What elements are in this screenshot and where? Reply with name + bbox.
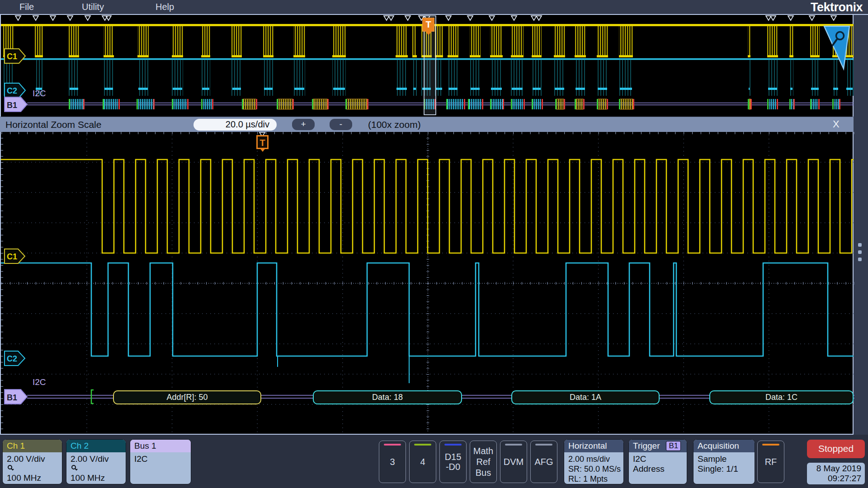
channel1-bandwidth: 100 MHz (7, 473, 62, 483)
channel4-button[interactable]: 4 (409, 441, 436, 483)
channel1-badge[interactable]: Ch 1 2.00 V/div 100 MHz (2, 439, 62, 484)
acquisition-badge[interactable]: Acquisition Sample Single: 1/1 (693, 439, 755, 484)
event-marker-icon (831, 16, 836, 20)
oscilloscope-screen: File Utility Help Tektronix C1C2B1I2C T … (0, 0, 868, 488)
channel2-bandwidth: 100 MHz (71, 473, 126, 483)
rf-button[interactable]: RF (757, 441, 784, 483)
bus-type-label: I2C (33, 377, 46, 387)
afg-button[interactable]: AFG (530, 441, 557, 483)
decode-box: Data: 18 (313, 390, 462, 404)
horizontal-badge[interactable]: Horizontal 2.00 ms/div SR: 50.0 MS/s RL:… (564, 439, 624, 484)
panel-grip-icon[interactable] (858, 250, 862, 254)
c1-scl-trace (1, 160, 854, 253)
channel-label[interactable]: B1 (5, 389, 27, 404)
svg-text:C2: C2 (7, 86, 17, 95)
c2-sda-trace (1, 263, 854, 356)
zoom-in-button[interactable]: + (292, 119, 315, 130)
trigger-source-chip: B1 (666, 441, 681, 451)
event-marker-icon (489, 16, 495, 20)
panel-grip-icon[interactable] (858, 243, 862, 247)
channel2-scale: 2.00 V/div (71, 454, 126, 464)
event-marker-icon (536, 16, 542, 20)
channel1-title: Ch 1 (3, 440, 62, 452)
svg-text:B1: B1 (7, 393, 17, 402)
horizontal-zoom-bar: Horizontal Zoom Scale 20.0 µs/div + - (1… (0, 117, 854, 132)
i2c-start-tick (91, 390, 94, 404)
event-marker-icon (511, 16, 517, 20)
event-marker-icon (67, 16, 73, 20)
channel-label[interactable]: B1 (5, 97, 27, 112)
trigger-type: I2C (633, 454, 687, 464)
event-marker-icon (33, 16, 38, 20)
event-marker-icon (85, 16, 90, 20)
acquisition-mode: Sample (698, 454, 755, 464)
channel1-scale: 2.00 V/div (7, 454, 62, 464)
zoom-out-button[interactable]: - (330, 119, 352, 130)
trigger-title: TriggerB1 (629, 440, 687, 452)
digital-channels-button[interactable]: D15-D0 (439, 441, 467, 483)
channel2-title: Ch 2 (66, 440, 126, 452)
zoom-plot: C1C2B1I2C (1, 132, 854, 435)
event-marker-icon (467, 16, 473, 20)
sample-rate: SR: 50.0 MS/s (568, 464, 623, 474)
event-marker-icon (446, 16, 451, 20)
decode-box: Data: 1C (709, 390, 854, 404)
decode-box: Data: 1A (511, 390, 660, 404)
dvm-button[interactable]: DVM (500, 441, 527, 483)
menu-help[interactable]: Help (156, 2, 174, 12)
channel-label[interactable]: C1 (5, 49, 25, 63)
zoom-trigger-marker[interactable]: T (256, 135, 269, 149)
svg-text:C1: C1 (7, 252, 17, 261)
bus1-type: I2C (134, 454, 191, 464)
channel-label[interactable]: C1 (5, 249, 25, 263)
zoom-scale-input[interactable]: 20.0 µs/div (193, 119, 277, 131)
svg-text:C2: C2 (7, 354, 17, 363)
bus1-badge[interactable]: Bus 1 I2C (130, 439, 191, 484)
menu-utility[interactable]: Utility (82, 2, 104, 12)
channel-label[interactable]: C2 (5, 351, 25, 366)
probe-icon (71, 464, 126, 473)
trigger-badge[interactable]: TriggerB1 I2C Address (628, 439, 687, 484)
event-marker-icon (388, 16, 394, 20)
math-ref-bus-button[interactable]: MathRefBus (470, 441, 497, 483)
tektronix-logo: Tektronix (811, 0, 863, 14)
event-marker-icon (15, 16, 21, 20)
panel-grip-icon[interactable] (858, 258, 862, 261)
datetime-display: 8 May 2019 09:27:27 (807, 463, 865, 484)
event-marker-icon (809, 16, 815, 20)
zoom-factor-label: (100x zoom) (368, 119, 421, 130)
horizontal-title: Horizontal (564, 440, 623, 452)
zoom-bar-title: Horizontal Zoom Scale (5, 119, 101, 130)
acquisition-count: Single: 1/1 (698, 464, 755, 474)
channel3-button[interactable]: 3 (379, 441, 406, 483)
run-stop-state[interactable]: Stopped (807, 440, 865, 458)
svg-text:B1: B1 (7, 101, 17, 110)
event-marker-icon (770, 16, 776, 20)
probe-icon (7, 464, 62, 473)
menu-bar: File Utility Help Tektronix (0, 0, 868, 15)
channel-label[interactable]: C2 (5, 83, 25, 98)
decode-box: Addr[R]: 50 (113, 390, 261, 404)
horizontal-scale: 2.00 ms/div (568, 454, 623, 464)
event-marker-icon (405, 16, 410, 20)
event-marker-icon (788, 16, 793, 20)
time: 09:27:27 (807, 474, 861, 483)
record-length: RL: 1 Mpts (568, 474, 623, 484)
zoom-waveform-display[interactable]: C1C2B1I2C Addr[R]: 50Data: 18Data: 1ADat… (0, 132, 854, 435)
svg-text:C1: C1 (7, 52, 17, 61)
overview-trigger-marker[interactable]: T (422, 18, 434, 32)
event-marker-icon (50, 16, 56, 20)
acquisition-title: Acquisition (693, 440, 755, 452)
event-marker-icon (531, 16, 537, 20)
trigger-mode: Address (633, 464, 687, 474)
bus1-title: Bus 1 (130, 440, 191, 452)
channel2-badge[interactable]: Ch 2 2.00 V/div 100 MHz (66, 439, 126, 484)
menu-file[interactable]: File (19, 2, 34, 12)
side-panel-strip (854, 15, 868, 435)
overview-waveform-display[interactable]: C1C2B1I2C T (0, 15, 854, 117)
date: 8 May 2019 (807, 464, 861, 474)
zoom-close-button[interactable]: X (833, 118, 840, 130)
status-bar: Ch 1 2.00 V/div 100 MHz Ch 2 2.00 V/div … (0, 435, 868, 488)
overview-bus-type-label: I2C (33, 89, 46, 98)
